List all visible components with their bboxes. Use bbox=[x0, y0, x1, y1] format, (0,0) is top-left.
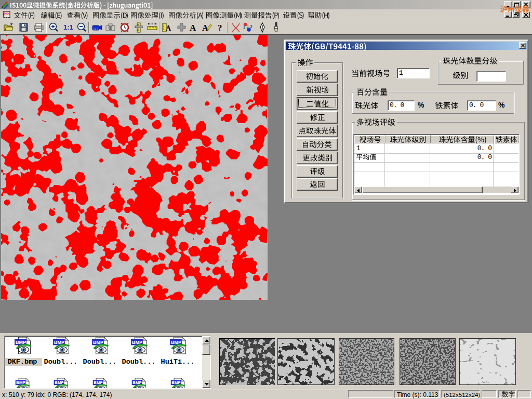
svg-text:DOC: DOC bbox=[4, 12, 10, 15]
svg-text:3: 3 bbox=[250, 24, 252, 29]
svg-text:1:1: 1:1 bbox=[63, 23, 73, 31]
svg-text:1: 1 bbox=[243, 25, 245, 29]
svg-text:A: A bbox=[202, 23, 208, 32]
svg-text:A: A bbox=[190, 23, 196, 33]
svg-text:A: A bbox=[166, 24, 171, 32]
svg-text:?: ? bbox=[218, 23, 222, 33]
